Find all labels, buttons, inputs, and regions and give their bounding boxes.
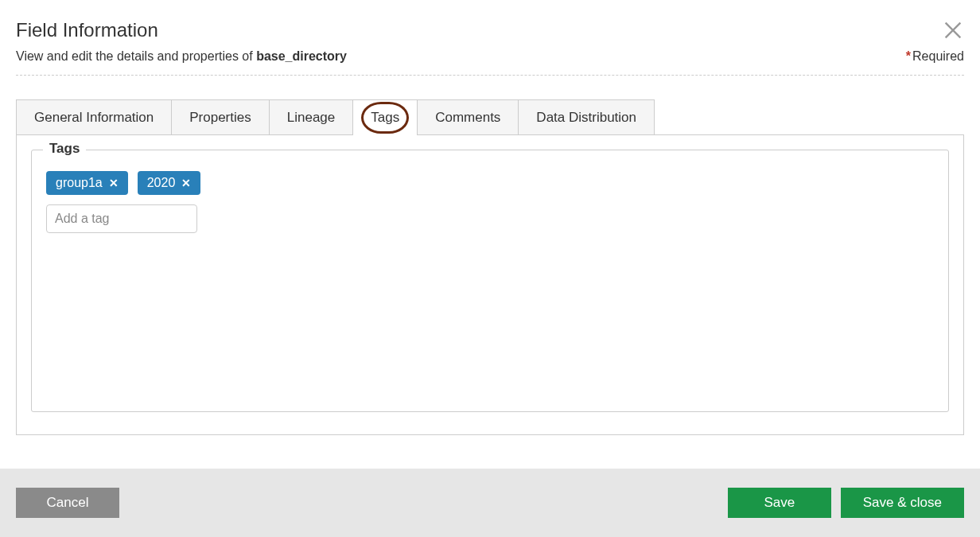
add-tag-input[interactable] [46,204,197,233]
tab-general-information[interactable]: General Information [16,99,172,135]
tags-legend: Tags [43,141,86,157]
tag-label: group1a [56,176,103,190]
subtitle: View and edit the details and properties… [16,49,347,64]
remove-tag-icon[interactable]: ✕ [181,177,191,189]
tab-tags-label: Tags [371,110,399,125]
tab-data-distribution[interactable]: Data Distribution [518,99,655,135]
tags-fieldset: Tags group1a ✕ 2020 ✕ [31,150,949,412]
modal-footer: Cancel Save Save & close [0,469,980,537]
tab-panel-tags: Tags group1a ✕ 2020 ✕ [16,134,964,435]
tag-chip: 2020 ✕ [138,171,201,195]
required-asterisk: * [906,49,911,63]
page-title: Field Information [16,19,964,41]
subtitle-prefix: View and edit the details and properties… [16,49,256,63]
tab-lineage[interactable]: Lineage [269,99,354,135]
tab-comments[interactable]: Comments [417,99,519,135]
tab-properties[interactable]: Properties [171,99,269,135]
cancel-button[interactable]: Cancel [16,488,119,518]
required-indicator: *Required [906,49,964,64]
required-label-text: Required [912,49,964,63]
tag-label: 2020 [147,176,176,190]
save-and-close-button[interactable]: Save & close [841,488,964,518]
close-icon[interactable] [942,19,964,41]
tag-chip: group1a ✕ [46,171,128,195]
tab-bar: General Information Properties Lineage T… [16,99,964,135]
entity-name: base_directory [256,49,347,63]
remove-tag-icon[interactable]: ✕ [109,177,119,189]
save-button[interactable]: Save [728,488,831,518]
tag-list: group1a ✕ 2020 ✕ [46,171,934,195]
tab-tags[interactable]: Tags [352,99,418,135]
